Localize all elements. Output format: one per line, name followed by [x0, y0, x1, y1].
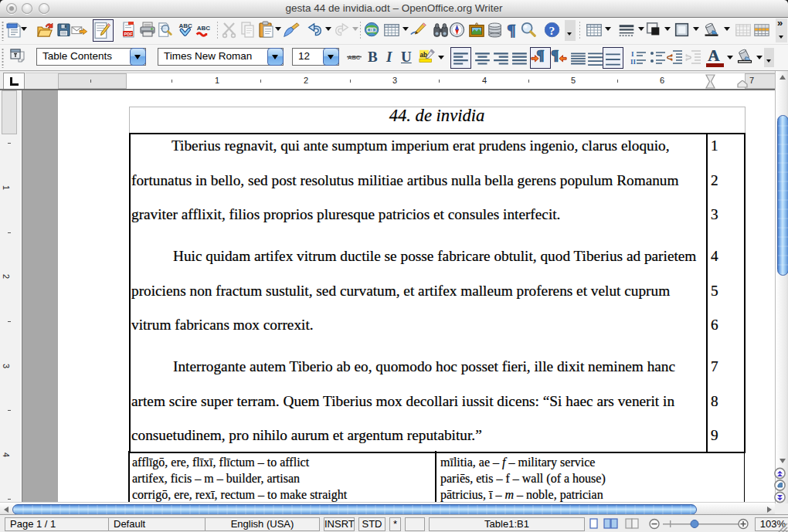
svg-text:II: II [630, 58, 637, 66]
svg-text:¶: ¶ [551, 48, 559, 64]
svg-text:I: I [631, 50, 634, 58]
svg-text:ABC: ABC [197, 25, 211, 32]
svg-text:ABC: ABC [348, 54, 361, 61]
svg-text:?: ? [549, 24, 555, 37]
svg-text:¶: ¶ [507, 21, 516, 39]
svg-text:PDF: PDF [124, 32, 134, 36]
svg-text:¶: ¶ [536, 48, 544, 64]
